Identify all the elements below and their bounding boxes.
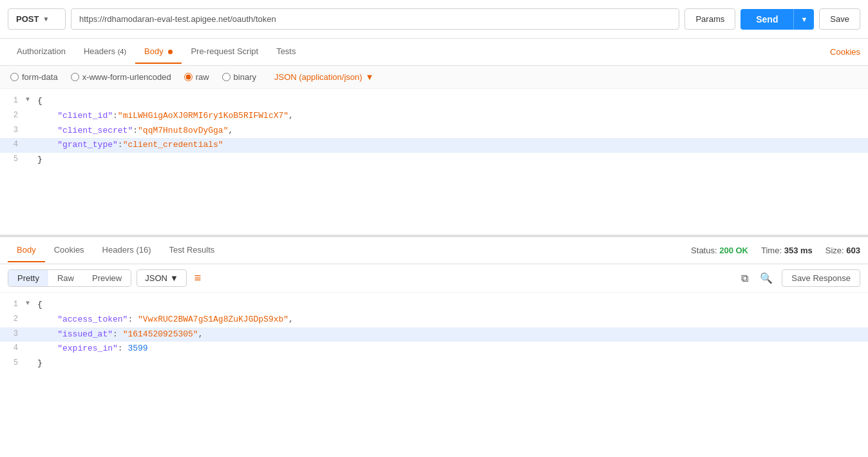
form-data-radio[interactable] xyxy=(10,73,19,81)
body-format-bar: form-data x-www-form-urlencoded raw bina… xyxy=(0,66,868,89)
status-value: 200 OK xyxy=(719,246,748,255)
tab-headers[interactable]: Headers (4) xyxy=(75,40,135,64)
params-button[interactable]: Params xyxy=(684,8,735,30)
cookies-link[interactable]: Cookies xyxy=(830,47,860,57)
headers-badge: (4) xyxy=(118,48,126,55)
format-pretty-btn[interactable]: Pretty xyxy=(8,270,48,286)
method-selector[interactable]: POST ▼ xyxy=(8,8,66,30)
response-format-bar: Pretty Raw Preview JSON ▼ ≡ ⧉ 🔍 Save Res… xyxy=(0,264,868,293)
json-type-label: JSON (application/json) xyxy=(274,72,363,82)
wrap-icon[interactable]: ≡ xyxy=(194,271,202,285)
body-dot xyxy=(168,50,173,54)
resp-json-chevron: ▼ xyxy=(170,273,178,283)
status-label: Status: xyxy=(691,246,717,255)
resp-tab-test-results[interactable]: Test Results xyxy=(160,238,224,262)
req-line-2: 2 "client_id":"miLWHGigAoXJ0RMI6ry1KoB5R… xyxy=(0,109,868,124)
json-type-chevron: ▼ xyxy=(366,72,374,82)
send-dropdown-button[interactable]: ▼ xyxy=(793,9,814,30)
format-preview-btn[interactable]: Preview xyxy=(83,270,131,286)
search-response-button[interactable]: 🔍 xyxy=(757,269,775,287)
resp-json-selector[interactable]: JSON ▼ xyxy=(137,269,187,287)
response-tabs: Body Cookies Headers (16) Test Results S… xyxy=(0,237,868,264)
json-type-selector[interactable]: JSON (application/json) ▼ xyxy=(274,72,373,82)
response-meta: Status: 200 OK Time: 353 ms Size: 603 xyxy=(691,246,860,255)
response-actions: ⧉ 🔍 Save Response xyxy=(739,269,860,287)
resp-line-1: 1 ▼ { xyxy=(0,298,868,313)
resp-tab-body[interactable]: Body xyxy=(8,238,45,262)
format-binary[interactable]: binary xyxy=(222,72,256,82)
resp-line-4: 4 "expires_in": 3599 xyxy=(0,342,868,356)
request-body-editor[interactable]: 1 ▼ { 2 "client_id":"miLWHGigAoXJ0RMI6ry… xyxy=(0,89,868,237)
tab-body[interactable]: Body xyxy=(135,40,182,64)
resp-json-label: JSON xyxy=(145,273,167,283)
method-label: POST xyxy=(16,14,39,24)
format-form-data[interactable]: form-data xyxy=(10,72,58,82)
raw-radio[interactable] xyxy=(184,73,193,81)
x-www-radio[interactable] xyxy=(71,73,79,81)
request-tabs: Authorization Headers (4) Body Pre-reque… xyxy=(0,39,868,66)
save-response-button[interactable]: Save Response xyxy=(782,269,860,287)
save-button[interactable]: Save xyxy=(819,8,860,30)
tab-pre-request-script[interactable]: Pre-request Script xyxy=(182,40,267,64)
format-raw-btn[interactable]: Raw xyxy=(48,270,83,286)
resp-tab-cookies[interactable]: Cookies xyxy=(45,238,93,262)
resp-line-5: 5 } xyxy=(0,356,868,371)
response-code-editor: 1 ▼ { 2 "access_token": "VwxRUC2BWA7gS1A… xyxy=(0,293,868,409)
tab-authorization[interactable]: Authorization xyxy=(8,40,75,64)
format-x-www[interactable]: x-www-form-urlencoded xyxy=(71,72,171,82)
tab-tests[interactable]: Tests xyxy=(267,40,305,64)
format-group: Pretty Raw Preview xyxy=(8,269,131,287)
resp-headers-badge: (16) xyxy=(136,245,151,255)
resp-tab-headers[interactable]: Headers (16) xyxy=(93,238,160,262)
fold-arrow-1[interactable]: ▼ xyxy=(26,95,35,105)
resp-line-3: 3 "issued_at": "1614520925305", xyxy=(0,327,868,342)
size-value: 603 xyxy=(846,246,860,255)
time-value: 353 ms xyxy=(784,246,813,255)
method-chevron-icon: ▼ xyxy=(42,15,49,23)
resp-fold-arrow-1[interactable]: ▼ xyxy=(26,298,35,309)
format-raw[interactable]: raw xyxy=(184,72,209,82)
top-bar: POST ▼ Params Send ▼ Save xyxy=(0,0,868,39)
copy-response-button[interactable]: ⧉ xyxy=(739,270,751,287)
size-label: Size: xyxy=(826,246,844,255)
send-button-group: Send ▼ xyxy=(741,9,814,30)
req-line-5: 5 } xyxy=(0,153,868,168)
send-button[interactable]: Send xyxy=(741,9,793,30)
req-line-4: 4 "grant_type":"client_credentials" xyxy=(0,138,868,153)
resp-line-2: 2 "access_token": "VwxRUC2BWA7gS1Ag8ZuKJ… xyxy=(0,313,868,327)
req-line-1: 1 ▼ { xyxy=(0,94,868,109)
url-input[interactable] xyxy=(71,8,679,30)
binary-radio[interactable] xyxy=(222,73,231,81)
time-label: Time: xyxy=(761,246,782,255)
req-line-3: 3 "client_secret":"qqM7Hnut8ovDyGga", xyxy=(0,124,868,139)
response-section: Body Cookies Headers (16) Test Results S… xyxy=(0,237,868,409)
